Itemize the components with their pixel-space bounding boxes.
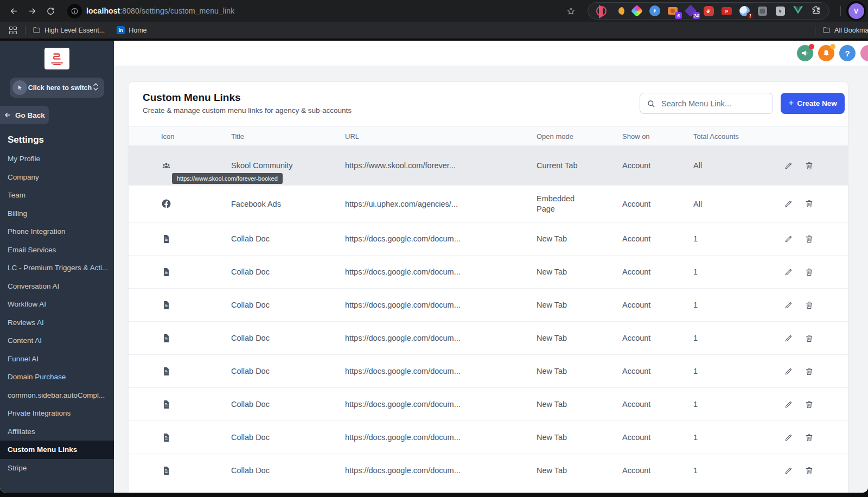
row-title: Collab Doc bbox=[231, 367, 345, 375]
sidebar-item-company[interactable]: Company bbox=[0, 168, 114, 187]
sidebar-item-custom-menu-links[interactable]: Custom Menu Links bbox=[0, 441, 114, 459]
table-row[interactable]: Collab Dochttps://docs.google.com/docum.… bbox=[129, 388, 848, 421]
vue-extension-icon[interactable] bbox=[793, 5, 803, 16]
moon-extension-icon[interactable] bbox=[614, 5, 624, 16]
delete-button[interactable] bbox=[805, 301, 814, 310]
table-row[interactable]: Collab Dochttps://docs.google.com/docum.… bbox=[129, 421, 848, 454]
browser-avatar: V bbox=[848, 3, 864, 19]
table-row[interactable]: Collab Dochttps://docs.google.com/docum.… bbox=[129, 289, 848, 322]
document-icon bbox=[129, 300, 231, 310]
delete-button[interactable] bbox=[805, 234, 814, 244]
apps-grid-icon[interactable] bbox=[9, 27, 17, 34]
app-window: Click here to switch Go Back Settings My… bbox=[0, 41, 868, 493]
purple-diamond-extension-icon[interactable]: 24 bbox=[685, 5, 696, 16]
row-total-accounts: 1 bbox=[693, 301, 769, 309]
edit-button[interactable] bbox=[784, 161, 793, 170]
profile-partial-icon[interactable] bbox=[860, 45, 868, 61]
search-input[interactable] bbox=[660, 99, 766, 109]
table-row[interactable]: Collab Dochttps://docs.google.com/docum.… bbox=[129, 487, 848, 493]
table-row[interactable]: Collab Dochttps://docs.google.com/docum.… bbox=[129, 322, 848, 355]
row-title: Collab Doc bbox=[231, 234, 345, 243]
bookmark-star-icon[interactable] bbox=[561, 2, 580, 20]
document-icon bbox=[129, 366, 231, 377]
row-title: Collab Doc bbox=[231, 301, 345, 309]
table-row[interactable]: Collab Dochttps://docs.google.com/docum.… bbox=[129, 454, 848, 487]
edit-button[interactable] bbox=[784, 267, 793, 277]
delete-button[interactable] bbox=[805, 199, 814, 208]
video-play-extension-icon[interactable] bbox=[596, 5, 607, 16]
sidebar-item-billing[interactable]: Billing bbox=[0, 205, 114, 223]
bookmark-high-level[interactable]: High Level Essent... bbox=[33, 26, 105, 34]
sidebar-item-email-services[interactable]: Email Services bbox=[0, 241, 114, 259]
sidebar-item-affiliates[interactable]: Affiliates bbox=[0, 423, 114, 441]
delete-button[interactable] bbox=[805, 367, 814, 376]
browser-toolbar: localhost:8080/settings/custom_menu_link… bbox=[0, 0, 868, 22]
document-icon bbox=[129, 234, 231, 244]
table-row[interactable]: Collab Dochttps://docs.google.com/docum.… bbox=[129, 222, 848, 256]
sidebar-item-team[interactable]: Team bbox=[0, 186, 114, 205]
edit-button[interactable] bbox=[784, 234, 793, 244]
edit-button[interactable] bbox=[784, 466, 793, 475]
sidebar-item-content-ai[interactable]: Content AI bbox=[0, 332, 114, 350]
row-url: https://docs.google.com/docum... bbox=[345, 367, 537, 375]
delete-button[interactable] bbox=[805, 267, 814, 277]
edit-button[interactable] bbox=[784, 301, 793, 310]
sidebar-item-conversation-ai[interactable]: Conversation AI bbox=[0, 277, 114, 296]
sidebar-item-phone-integration[interactable]: Phone Integration bbox=[0, 222, 114, 241]
sidebar-item-funnel-ai[interactable]: Funnel AI bbox=[0, 350, 114, 368]
globe-extension-icon[interactable]: 1 bbox=[739, 5, 750, 16]
table-row[interactable]: Collab Dochttps://docs.google.com/docum.… bbox=[129, 355, 848, 388]
hand-blocker-extension-icon[interactable] bbox=[703, 5, 714, 16]
table-row[interactable]: Facebook Adshttps://ui.uphex.com/agencie… bbox=[129, 186, 848, 222]
all-bookmarks[interactable]: All Bookmarks bbox=[822, 26, 868, 34]
cursor-app-extension-icon[interactable] bbox=[775, 5, 786, 16]
delete-button[interactable] bbox=[805, 161, 814, 170]
row-total-accounts: 1 bbox=[693, 400, 769, 409]
site-info-icon[interactable] bbox=[67, 4, 82, 18]
edit-button[interactable] bbox=[784, 367, 793, 376]
gray-app-extension-icon[interactable] bbox=[757, 5, 768, 16]
announcement-icon[interactable] bbox=[797, 45, 813, 61]
url-host: localhost bbox=[86, 7, 120, 15]
notifications-bell-icon[interactable] bbox=[818, 45, 834, 61]
camera-extension-icon[interactable]: 6 bbox=[667, 5, 678, 16]
help-icon[interactable]: ? bbox=[839, 45, 856, 61]
row-actions bbox=[769, 234, 848, 244]
delete-button[interactable] bbox=[805, 334, 814, 343]
edit-button[interactable] bbox=[784, 433, 793, 442]
delete-button[interactable] bbox=[805, 433, 814, 442]
prism-extension-icon[interactable] bbox=[631, 5, 642, 16]
row-show-on: Account bbox=[622, 400, 693, 409]
extension-badge: 24 bbox=[693, 12, 700, 19]
puzzle-extension-icon[interactable] bbox=[810, 5, 821, 16]
sidebar-item-workflow-ai[interactable]: Workflow AI bbox=[0, 295, 114, 314]
sidebar-item-common-sidebar-autocompl[interactable]: common.sidebar.autoCompl... bbox=[0, 386, 114, 405]
bookmark-home[interactable]: in Home bbox=[117, 26, 146, 34]
edit-button[interactable] bbox=[784, 400, 793, 409]
delete-button[interactable] bbox=[805, 466, 814, 475]
address-bar[interactable]: localhost:8080/settings/custom_menu_link bbox=[86, 7, 234, 15]
account-switcher[interactable]: Click here to switch bbox=[10, 78, 104, 98]
browser-profile-button[interactable]: V bbox=[846, 1, 866, 21]
pen-extension-icon[interactable] bbox=[649, 5, 660, 16]
delete-button[interactable] bbox=[805, 400, 814, 409]
row-total-accounts: 1 bbox=[693, 334, 769, 342]
fast-forward-extension-icon[interactable]: » bbox=[721, 5, 732, 16]
sidebar-item-domain-purchase[interactable]: Domain Purchase bbox=[0, 368, 114, 386]
reload-icon[interactable] bbox=[41, 2, 60, 20]
row-total-accounts: 1 bbox=[693, 367, 769, 375]
table-row[interactable]: Skool Communityhttps://www.skool.com/for… bbox=[129, 146, 848, 186]
sidebar-item-stripe[interactable]: Stripe bbox=[0, 459, 114, 477]
forward-icon[interactable] bbox=[23, 2, 41, 20]
create-new-button[interactable]: + Create New bbox=[781, 93, 845, 114]
sidebar-item-reviews-ai[interactable]: Reviews AI bbox=[0, 314, 114, 332]
sidebar-item-private-integrations[interactable]: Private Integrations bbox=[0, 404, 114, 423]
table-row[interactable]: Collab Dochttps://docs.google.com/docum.… bbox=[129, 256, 848, 289]
row-open-mode: Embedded Page bbox=[537, 194, 622, 214]
back-icon[interactable] bbox=[4, 2, 23, 20]
sidebar-item-my-profile[interactable]: My Profile bbox=[0, 150, 114, 168]
edit-button[interactable] bbox=[784, 334, 793, 343]
sidebar-item-lc-premium-triggers-acti[interactable]: LC - Premium Triggers & Acti... bbox=[0, 259, 114, 277]
edit-button[interactable] bbox=[784, 199, 793, 208]
go-back-button[interactable]: Go Back bbox=[0, 106, 49, 124]
